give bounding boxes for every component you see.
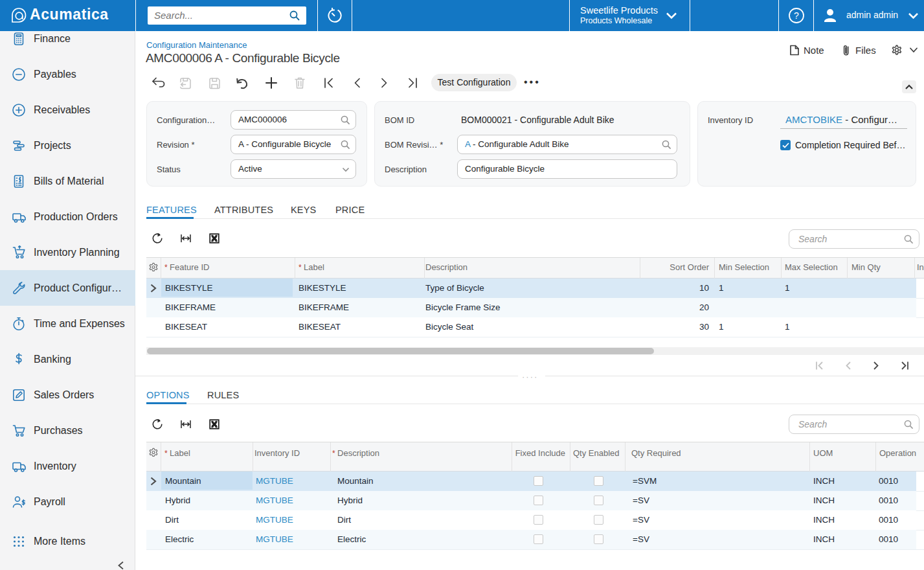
svg-text:?: ?	[794, 10, 799, 21]
